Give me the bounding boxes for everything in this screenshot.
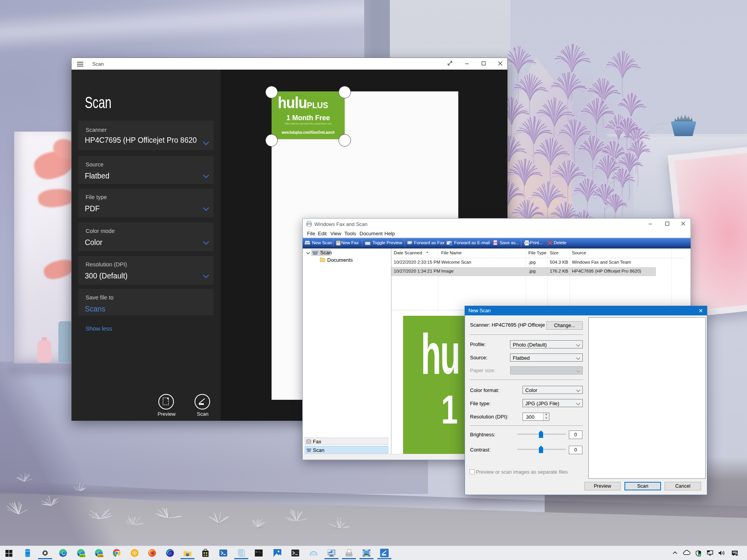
svg-text:CAN: CAN xyxy=(98,555,103,557)
svg-text:DEV: DEV xyxy=(80,555,85,557)
svg-text:C:\_: C:\_ xyxy=(256,551,261,553)
